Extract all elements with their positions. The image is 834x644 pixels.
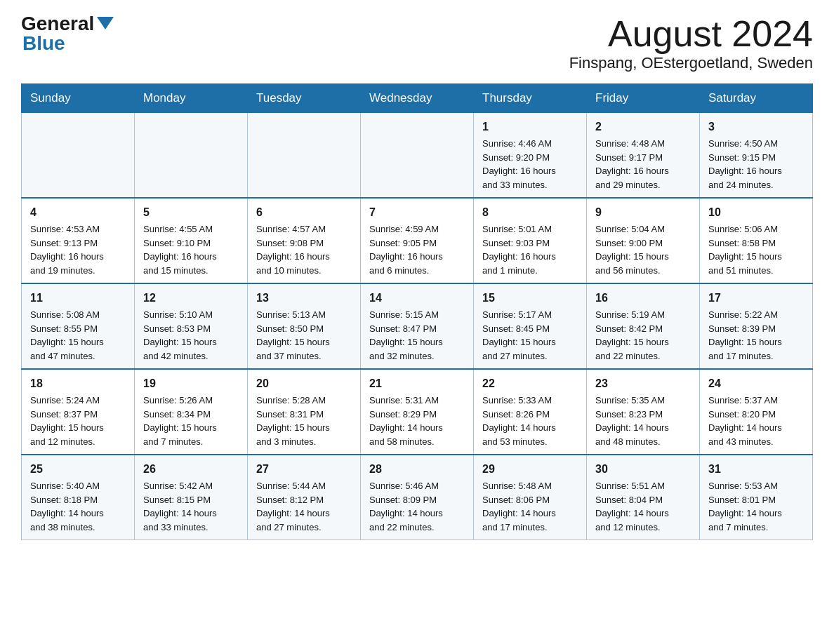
day-info: Sunrise: 5:53 AM Sunset: 8:01 PM Dayligh… xyxy=(708,479,804,534)
week-row-1: 1Sunrise: 4:46 AM Sunset: 9:20 PM Daylig… xyxy=(22,113,813,199)
week-row-3: 11Sunrise: 5:08 AM Sunset: 8:55 PM Dayli… xyxy=(22,283,813,369)
calendar-cell-4-3: 28Sunrise: 5:46 AM Sunset: 8:09 PM Dayli… xyxy=(361,455,474,540)
day-number: 17 xyxy=(708,290,804,307)
calendar-cell-3-2: 20Sunrise: 5:28 AM Sunset: 8:31 PM Dayli… xyxy=(248,369,361,455)
day-info: Sunrise: 4:59 AM Sunset: 9:05 PM Dayligh… xyxy=(369,222,465,277)
calendar-cell-4-1: 26Sunrise: 5:42 AM Sunset: 8:15 PM Dayli… xyxy=(135,455,248,540)
day-info: Sunrise: 4:46 AM Sunset: 9:20 PM Dayligh… xyxy=(482,137,578,192)
logo-arrow-icon xyxy=(97,17,114,29)
day-number: 14 xyxy=(369,290,465,307)
day-info: Sunrise: 5:15 AM Sunset: 8:47 PM Dayligh… xyxy=(369,308,465,363)
day-number: 1 xyxy=(482,119,578,135)
calendar-table: SundayMondayTuesdayWednesdayThursdayFrid… xyxy=(21,83,813,540)
day-info: Sunrise: 5:33 AM Sunset: 8:26 PM Dayligh… xyxy=(482,394,578,448)
day-info: Sunrise: 4:50 AM Sunset: 9:15 PM Dayligh… xyxy=(708,137,804,192)
day-number: 24 xyxy=(708,375,804,392)
weekday-header-saturday: Saturday xyxy=(700,84,813,113)
logo: General Blue xyxy=(21,14,114,53)
calendar-cell-0-3 xyxy=(361,113,474,199)
month-title: August 2024 xyxy=(569,14,813,54)
day-number: 30 xyxy=(595,461,691,478)
day-number: 5 xyxy=(143,204,239,221)
day-info: Sunrise: 5:19 AM Sunset: 8:42 PM Dayligh… xyxy=(595,308,691,363)
calendar-cell-4-4: 29Sunrise: 5:48 AM Sunset: 8:06 PM Dayli… xyxy=(474,455,587,540)
day-info: Sunrise: 4:53 AM Sunset: 9:13 PM Dayligh… xyxy=(30,222,126,277)
day-info: Sunrise: 5:48 AM Sunset: 8:06 PM Dayligh… xyxy=(482,479,578,534)
day-info: Sunrise: 5:40 AM Sunset: 8:18 PM Dayligh… xyxy=(30,479,126,534)
day-info: Sunrise: 5:17 AM Sunset: 8:45 PM Dayligh… xyxy=(482,308,578,363)
weekday-header-row: SundayMondayTuesdayWednesdayThursdayFrid… xyxy=(22,84,813,113)
week-row-4: 18Sunrise: 5:24 AM Sunset: 8:37 PM Dayli… xyxy=(22,369,813,455)
week-row-5: 25Sunrise: 5:40 AM Sunset: 8:18 PM Dayli… xyxy=(22,455,813,540)
calendar-cell-3-0: 18Sunrise: 5:24 AM Sunset: 8:37 PM Dayli… xyxy=(22,369,135,455)
weekday-header-sunday: Sunday xyxy=(22,84,135,113)
calendar-cell-2-0: 11Sunrise: 5:08 AM Sunset: 8:55 PM Dayli… xyxy=(22,283,135,369)
logo-general: General xyxy=(21,14,114,34)
day-number: 4 xyxy=(30,204,126,221)
calendar-cell-1-3: 7Sunrise: 4:59 AM Sunset: 9:05 PM Daylig… xyxy=(361,198,474,283)
day-info: Sunrise: 5:28 AM Sunset: 8:31 PM Dayligh… xyxy=(256,394,352,448)
calendar-cell-0-6: 3Sunrise: 4:50 AM Sunset: 9:15 PM Daylig… xyxy=(700,113,813,199)
calendar-cell-1-5: 9Sunrise: 5:04 AM Sunset: 9:00 PM Daylig… xyxy=(587,198,700,283)
location-title: Finspang, OEstergoetland, Sweden xyxy=(569,54,813,72)
day-info: Sunrise: 5:04 AM Sunset: 9:00 PM Dayligh… xyxy=(595,222,691,277)
day-info: Sunrise: 5:26 AM Sunset: 8:34 PM Dayligh… xyxy=(143,394,239,448)
day-number: 16 xyxy=(595,290,691,307)
day-info: Sunrise: 5:06 AM Sunset: 8:58 PM Dayligh… xyxy=(708,222,804,277)
day-info: Sunrise: 5:13 AM Sunset: 8:50 PM Dayligh… xyxy=(256,308,352,363)
day-number: 19 xyxy=(143,375,239,392)
day-info: Sunrise: 5:44 AM Sunset: 8:12 PM Dayligh… xyxy=(256,479,352,534)
day-info: Sunrise: 4:48 AM Sunset: 9:17 PM Dayligh… xyxy=(595,137,691,192)
day-info: Sunrise: 5:01 AM Sunset: 9:03 PM Dayligh… xyxy=(482,222,578,277)
calendar-cell-2-3: 14Sunrise: 5:15 AM Sunset: 8:47 PM Dayli… xyxy=(361,283,474,369)
day-info: Sunrise: 4:55 AM Sunset: 9:10 PM Dayligh… xyxy=(143,222,239,277)
weekday-header-wednesday: Wednesday xyxy=(361,84,474,113)
day-number: 25 xyxy=(30,461,126,478)
calendar-cell-0-1 xyxy=(135,113,248,199)
day-info: Sunrise: 5:31 AM Sunset: 8:29 PM Dayligh… xyxy=(369,394,465,448)
day-number: 13 xyxy=(256,290,352,307)
calendar-cell-4-5: 30Sunrise: 5:51 AM Sunset: 8:04 PM Dayli… xyxy=(587,455,700,540)
day-number: 9 xyxy=(595,204,691,221)
weekday-header-thursday: Thursday xyxy=(474,84,587,113)
day-number: 10 xyxy=(708,204,804,221)
weekday-header-tuesday: Tuesday xyxy=(248,84,361,113)
day-number: 2 xyxy=(595,119,691,135)
calendar-cell-4-6: 31Sunrise: 5:53 AM Sunset: 8:01 PM Dayli… xyxy=(700,455,813,540)
day-info: Sunrise: 5:35 AM Sunset: 8:23 PM Dayligh… xyxy=(595,394,691,448)
day-info: Sunrise: 5:42 AM Sunset: 8:15 PM Dayligh… xyxy=(143,479,239,534)
calendar-cell-3-6: 24Sunrise: 5:37 AM Sunset: 8:20 PM Dayli… xyxy=(700,369,813,455)
day-number: 3 xyxy=(708,119,804,135)
day-number: 15 xyxy=(482,290,578,307)
calendar-cell-1-1: 5Sunrise: 4:55 AM Sunset: 9:10 PM Daylig… xyxy=(135,198,248,283)
day-number: 6 xyxy=(256,204,352,221)
calendar-cell-2-2: 13Sunrise: 5:13 AM Sunset: 8:50 PM Dayli… xyxy=(248,283,361,369)
calendar-cell-1-6: 10Sunrise: 5:06 AM Sunset: 8:58 PM Dayli… xyxy=(700,198,813,283)
day-number: 11 xyxy=(30,290,126,307)
calendar-cell-1-4: 8Sunrise: 5:01 AM Sunset: 9:03 PM Daylig… xyxy=(474,198,587,283)
calendar-cell-1-0: 4Sunrise: 4:53 AM Sunset: 9:13 PM Daylig… xyxy=(22,198,135,283)
calendar-cell-1-2: 6Sunrise: 4:57 AM Sunset: 9:08 PM Daylig… xyxy=(248,198,361,283)
calendar-cell-2-4: 15Sunrise: 5:17 AM Sunset: 8:45 PM Dayli… xyxy=(474,283,587,369)
day-number: 20 xyxy=(256,375,352,392)
day-number: 18 xyxy=(30,375,126,392)
calendar-cell-0-0 xyxy=(22,113,135,199)
day-number: 12 xyxy=(143,290,239,307)
day-info: Sunrise: 5:08 AM Sunset: 8:55 PM Dayligh… xyxy=(30,308,126,363)
day-info: Sunrise: 5:24 AM Sunset: 8:37 PM Dayligh… xyxy=(30,394,126,448)
day-number: 31 xyxy=(708,461,804,478)
calendar-cell-2-6: 17Sunrise: 5:22 AM Sunset: 8:39 PM Dayli… xyxy=(700,283,813,369)
calendar-cell-2-1: 12Sunrise: 5:10 AM Sunset: 8:53 PM Dayli… xyxy=(135,283,248,369)
day-number: 7 xyxy=(369,204,465,221)
day-info: Sunrise: 5:37 AM Sunset: 8:20 PM Dayligh… xyxy=(708,394,804,448)
day-info: Sunrise: 4:57 AM Sunset: 9:08 PM Dayligh… xyxy=(256,222,352,277)
calendar-cell-3-3: 21Sunrise: 5:31 AM Sunset: 8:29 PM Dayli… xyxy=(361,369,474,455)
weekday-header-monday: Monday xyxy=(135,84,248,113)
day-number: 8 xyxy=(482,204,578,221)
day-info: Sunrise: 5:22 AM Sunset: 8:39 PM Dayligh… xyxy=(708,308,804,363)
day-info: Sunrise: 5:51 AM Sunset: 8:04 PM Dayligh… xyxy=(595,479,691,534)
calendar-cell-3-4: 22Sunrise: 5:33 AM Sunset: 8:26 PM Dayli… xyxy=(474,369,587,455)
day-info: Sunrise: 5:46 AM Sunset: 8:09 PM Dayligh… xyxy=(369,479,465,534)
calendar-cell-0-5: 2Sunrise: 4:48 AM Sunset: 9:17 PM Daylig… xyxy=(587,113,700,199)
title-area: August 2024 Finspang, OEstergoetland, Sw… xyxy=(569,14,813,72)
